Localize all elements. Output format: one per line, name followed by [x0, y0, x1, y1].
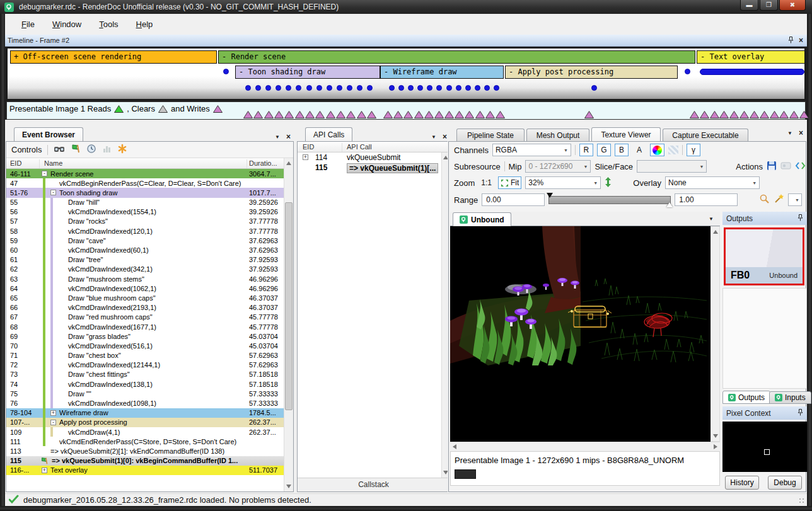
tab-event-browser[interactable]: Event Browser	[14, 127, 83, 141]
tab-capture-executable[interactable]: Capture Executable	[663, 129, 748, 141]
event-row[interactable]: 57Draw "rocks"37.77778	[6, 217, 284, 226]
tree-expander[interactable]: +	[42, 468, 47, 473]
open-code-icon[interactable]	[795, 161, 806, 172]
autofit-wand-icon[interactable]	[774, 193, 784, 206]
event-browser-close-icon[interactable]: ×	[286, 132, 291, 141]
menu-window[interactable]: Window	[45, 18, 89, 31]
menu-tools[interactable]: Tools	[91, 18, 125, 31]
event-row[interactable]: 61Draw "tree"37.92593	[6, 255, 284, 265]
tab-unbound-texture[interactable]: Unbound	[453, 212, 511, 226]
event-row[interactable]: 111vkCmdEndRenderPass(C=Store, D=Store, …	[6, 437, 284, 446]
event-row[interactable]: 47vkCmdBeginRenderPass(C=Clear, D=Clear,…	[6, 178, 284, 188]
tree-expander[interactable]: -	[50, 190, 56, 195]
event-row[interactable]: 76vkCmdDrawIndexed(1098,1)57.33333	[6, 399, 284, 408]
tree-expander[interactable]: +	[50, 410, 56, 416]
close-button[interactable]: ✖	[779, 0, 806, 11]
texture-canvas[interactable]	[450, 226, 710, 442]
api-calls-close-icon[interactable]: ×	[443, 132, 447, 141]
event-row[interactable]: 56vkCmdDrawIndexed(1554,1)39.25926	[6, 207, 284, 217]
range-min-value[interactable]: 0.00	[482, 193, 545, 206]
timeline-bar[interactable]: - Toon shading draw	[235, 66, 380, 79]
range-white-marker[interactable]	[666, 202, 673, 207]
pixel-context-pin-icon[interactable]	[798, 409, 803, 418]
event-row[interactable]: 58vkCmdDrawIndexed(120,1)37.77778	[6, 226, 284, 236]
fb0-thumbnail[interactable]: FB0 Unbound	[724, 227, 804, 285]
mip-select[interactable]: 0 - 1272x690▼	[525, 160, 591, 173]
flip-y-icon[interactable]	[605, 177, 612, 189]
channel-blue-button[interactable]: B	[615, 144, 629, 156]
slice-face-select[interactable]: ▼	[637, 160, 707, 173]
texture-viewer-close-icon[interactable]: ×	[799, 129, 803, 137]
api-calls-column-header[interactable]: EID API Call	[298, 142, 450, 152]
texture-viewer-menu-icon[interactable]: ▼	[787, 130, 792, 136]
range-options-button[interactable]: ▼	[788, 193, 802, 206]
bookmark-flag-icon[interactable]	[71, 144, 81, 156]
channel-alpha-button[interactable]: A	[632, 144, 646, 156]
texture-tab-dropdown-icon[interactable]: ▼	[709, 216, 714, 222]
menu-file[interactable]: File	[14, 18, 42, 31]
tab-pipeline-state[interactable]: Pipeline State	[456, 129, 525, 141]
tree-expander[interactable]: -	[50, 420, 56, 425]
event-row[interactable]: 116-...+Text overlay511.7037	[6, 466, 284, 475]
api-call-row[interactable]: +114vkQueueSubmit	[298, 152, 441, 163]
timeline-pin-icon[interactable]	[788, 37, 794, 45]
event-browser-scrollbar[interactable]	[284, 158, 293, 491]
api-calls-menu-icon[interactable]: ▼	[431, 134, 436, 140]
tab-texture-viewer[interactable]: Texture Viewer	[591, 127, 661, 141]
debug-button[interactable]: Debug	[768, 476, 802, 490]
save-icon[interactable]	[767, 161, 777, 173]
event-row[interactable]: 65Draw "blue mushroom caps"46.37037	[6, 293, 284, 302]
event-row[interactable]: 71Draw "chest box"57.62963	[6, 351, 284, 360]
event-row[interactable]: 64vkCmdDrawIndexed(1062,1)46.96296	[6, 284, 284, 293]
event-row[interactable]: 107-...-Apply post processing262.37...	[6, 418, 284, 427]
tree-expander[interactable]: -	[42, 171, 47, 176]
event-row[interactable]: 66vkCmdDrawIndexed(2193,1)46.37037	[6, 303, 284, 313]
timeline-close-icon[interactable]: ×	[799, 36, 803, 45]
tab-outputs[interactable]: Outputs	[722, 391, 770, 404]
settings-star-icon[interactable]	[117, 144, 127, 156]
overlay-select[interactable]: None▼	[665, 176, 760, 189]
menu-help[interactable]: Help	[129, 18, 161, 31]
channels-select[interactable]: RGBA▼	[492, 144, 571, 156]
tab-mesh-output[interactable]: Mesh Output	[526, 129, 589, 141]
event-row[interactable]: 70vkCmdDrawIndexed(516,1)45.03704	[6, 341, 284, 350]
event-row[interactable]: 113=> vkQueueSubmit(2)[1]: vkEndCommandB…	[6, 446, 284, 456]
range-black-marker[interactable]	[547, 193, 553, 198]
range-slider[interactable]	[548, 196, 671, 204]
event-row[interactable]: 78-104+Wireframe draw1784.5...	[6, 408, 284, 418]
gamma-button[interactable]: γ	[687, 144, 700, 156]
timeline-bar[interactable]: - Render scene	[218, 50, 695, 64]
timeline-bar[interactable]: - Apply post processing	[505, 66, 678, 79]
event-browser-menu-icon[interactable]: ▼	[275, 134, 280, 140]
event-row[interactable]: 55Draw "hill"39.25926	[6, 198, 284, 207]
texture-hscrollbar[interactable]	[450, 442, 720, 451]
event-row[interactable]: 60vkCmdDrawIndexed(60,1)37.62963	[6, 246, 284, 255]
channel-red-button[interactable]: R	[579, 144, 593, 156]
zoom-fit-button[interactable]: Fit	[498, 176, 521, 189]
zoom-1to1-button[interactable]: 1:1	[478, 176, 494, 189]
range-max-value[interactable]: 1.00	[675, 193, 738, 206]
event-row[interactable]: 75Draw ""57.33333	[6, 389, 284, 398]
tab-api-calls[interactable]: API Calls	[305, 127, 352, 141]
callstack-section[interactable]: Callstack	[298, 478, 450, 491]
colorwheel-button[interactable]	[650, 144, 664, 156]
outputs-pin-icon[interactable]	[798, 214, 803, 223]
find-icon[interactable]	[54, 144, 65, 156]
zoom-level-select[interactable]: 32%▼	[525, 176, 601, 189]
maximize-button[interactable]: ❐	[760, 0, 778, 11]
pixel-context-view[interactable]	[722, 422, 807, 472]
event-row[interactable]: 115=> vkQueueSubmit(1)[0]: vkBeginComman…	[6, 456, 284, 466]
event-row[interactable]: 63Draw "mushroom stems"46.96296	[6, 274, 284, 284]
texture-vscrollbar[interactable]	[710, 226, 720, 442]
api-call-row[interactable]: 115=> vkQueueSubmit(1)[...	[298, 163, 441, 173]
event-row[interactable]: 67Draw "red mushroom caps"45.77778	[6, 313, 284, 322]
tree-expander[interactable]: +	[303, 154, 308, 160]
tab-inputs[interactable]: Inputs	[769, 391, 811, 404]
event-row[interactable]: 69Draw "grass blades"45.03704	[6, 331, 284, 341]
history-button[interactable]: History	[725, 476, 759, 490]
zoom-range-icon[interactable]	[759, 193, 770, 206]
event-row[interactable]: 72vkCmdDrawIndexed(12144,1)57.62963	[6, 360, 284, 370]
event-row[interactable]: 74vkCmdDrawIndexed(138,1)57.18518	[6, 379, 284, 389]
timeline-bar[interactable]: - Wireframe draw	[380, 66, 504, 79]
event-row[interactable]: 62vkCmdDrawIndexed(342,1)37.92593	[6, 265, 284, 274]
